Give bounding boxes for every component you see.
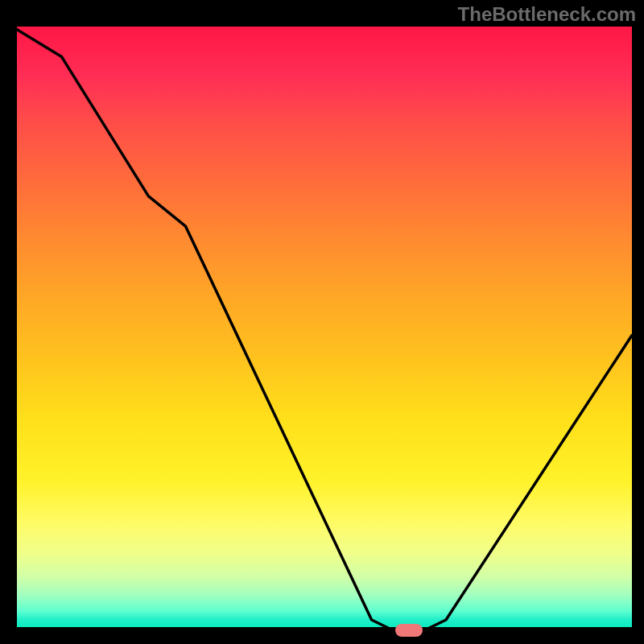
chart-container: TheBottleneck.com <box>0 0 644 644</box>
y-axis <box>12 27 17 632</box>
bottleneck-curve <box>12 27 632 632</box>
watermark-text: TheBottleneck.com <box>458 3 636 26</box>
x-axis <box>12 627 632 632</box>
optimal-point-marker <box>395 624 423 637</box>
